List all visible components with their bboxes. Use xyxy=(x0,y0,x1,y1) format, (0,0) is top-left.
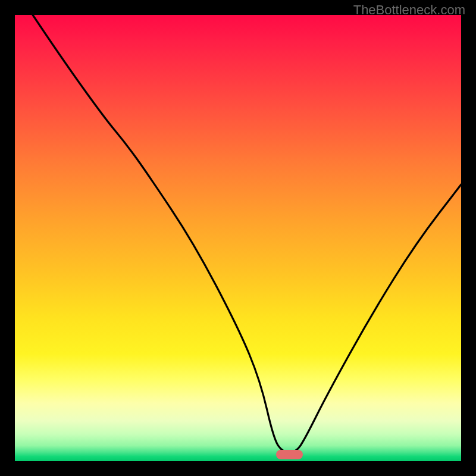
bottleneck-curve-svg xyxy=(15,15,461,461)
chart-frame: TheBottleneck.com xyxy=(0,0,476,476)
plot-area xyxy=(15,15,461,461)
optimal-range-marker xyxy=(276,450,303,459)
watermark-text: TheBottleneck.com xyxy=(353,2,465,18)
bottleneck-curve xyxy=(33,15,461,452)
